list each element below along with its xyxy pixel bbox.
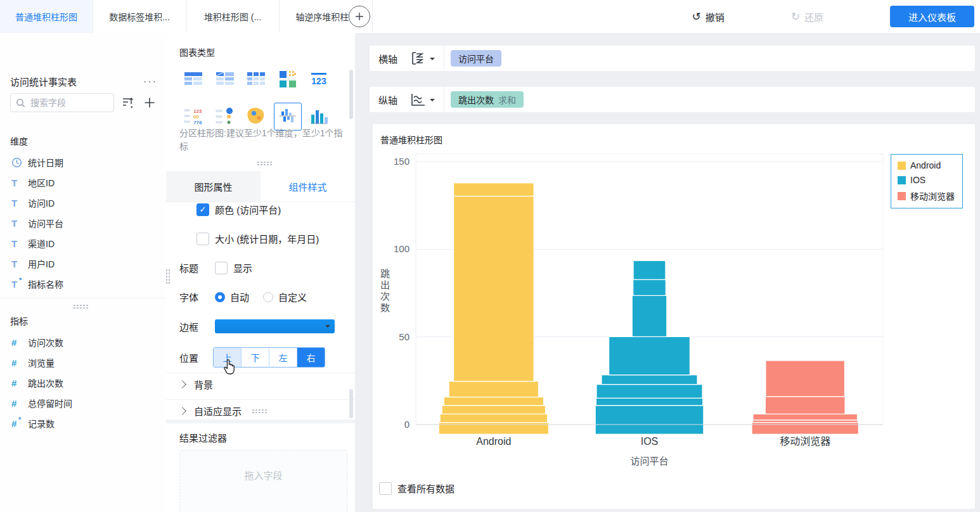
redo-label: 还原: [804, 10, 823, 23]
field-search-box[interactable]: [10, 93, 114, 112]
y-axis-type-dropdown[interactable]: [409, 92, 435, 107]
bar-segment-Android[interactable]: [440, 414, 548, 422]
position-button-下[interactable]: 下: [241, 348, 269, 367]
view-all-data-row[interactable]: 查看所有数据: [379, 482, 455, 495]
metric-item-0[interactable]: #访问次数: [0, 332, 166, 352]
add-field-icon[interactable]: [143, 96, 156, 109]
bar-segment-IOS[interactable]: [633, 279, 666, 295]
metric-item-2[interactable]: #跳出次数: [0, 373, 166, 393]
chart-config-panel: 图表类型 12312300778 分区柱形图:建议至少1个维度，至少1个指标 图…: [166, 33, 356, 512]
bar-segment-IOS[interactable]: [602, 375, 697, 385]
color-mapping-row: 颜色 (访问平台): [197, 203, 281, 216]
dimension-item-4[interactable]: T渠道ID: [0, 233, 166, 253]
x-axis-type-dropdown[interactable]: [409, 51, 435, 66]
redo-icon: ↻: [791, 11, 800, 22]
dataset-more-icon[interactable]: ···: [143, 76, 157, 87]
legend-item-0[interactable]: Android: [898, 160, 955, 170]
text-icon: T: [11, 198, 28, 208]
field-label: 浏览量: [28, 356, 55, 369]
dimension-item-2[interactable]: T访问ID: [0, 193, 166, 213]
panel-tab-0[interactable]: 图形属性: [166, 171, 261, 202]
panel-scrollbar2[interactable]: [349, 389, 353, 418]
size-checkbox[interactable]: [197, 233, 209, 245]
field-label: 指标名称: [28, 278, 63, 290]
metric-item-4[interactable]: #*记录数: [0, 413, 166, 433]
bar-segment-IOS[interactable]: [596, 398, 702, 406]
view-all-checkbox[interactable]: [379, 482, 392, 495]
metric-item-3[interactable]: #总停留时间: [0, 393, 166, 413]
panel-divider2: [166, 399, 355, 400]
chart-tab-2[interactable]: 堆积柱形图 (...: [186, 0, 280, 33]
font-radio-1[interactable]: [263, 292, 273, 302]
plus-icon: [354, 11, 364, 22]
y-axis-field-chip[interactable]: 跳出次数 求和: [451, 91, 524, 108]
dimension-item-0[interactable]: 统计日期: [0, 152, 166, 172]
filter-drop-zone[interactable]: 拖入字段: [179, 450, 347, 512]
font-radio-label-1: 自定义: [278, 290, 307, 304]
chart-type-kpi-number[interactable]: 123: [305, 66, 333, 94]
position-button-右[interactable]: 右: [297, 348, 325, 367]
bar-segment-Android[interactable]: [444, 397, 543, 406]
adaptive-resize-handle[interactable]: [252, 409, 268, 413]
dimension-item-3[interactable]: T访问平台: [0, 213, 166, 233]
bar-segment-移动浏览器[interactable]: [752, 423, 858, 435]
sidebar-resize-handle[interactable]: [73, 304, 89, 309]
undo-button[interactable]: ↺ 撤销: [692, 10, 724, 23]
position-button-上[interactable]: 上: [214, 348, 241, 367]
chart-type-detail-table[interactable]: [179, 66, 207, 94]
search-input[interactable]: [29, 97, 105, 108]
y-axis-config-row: 纵轴 跳出次数 求和: [370, 87, 975, 112]
bar-segment-IOS[interactable]: [596, 385, 702, 399]
bar-segment-IOS[interactable]: [633, 260, 666, 279]
bar-segment-IOS[interactable]: [595, 406, 704, 434]
redo-button[interactable]: ↻ 还原: [791, 10, 823, 23]
panel-tab-1[interactable]: 组件样式: [261, 171, 355, 202]
legend-item-1[interactable]: IOS: [898, 175, 955, 185]
bar-segment-移动浏览器[interactable]: [753, 414, 858, 419]
chart-type-quadrant-chart[interactable]: [274, 66, 302, 94]
legend-item-2[interactable]: 移动浏览器: [898, 189, 955, 202]
border-color-picker[interactable]: [215, 319, 335, 333]
dimension-item-1[interactable]: T地区ID: [0, 172, 166, 193]
bar-segment-Android[interactable]: [454, 183, 534, 196]
background-label: 背景: [194, 378, 213, 391]
bar-segment-Android[interactable]: [439, 423, 548, 435]
position-button-左[interactable]: 左: [269, 348, 297, 367]
y-tick-100: 100: [394, 243, 409, 254]
bar-segment-IOS[interactable]: [632, 295, 667, 336]
hash-icon: #: [11, 398, 28, 409]
bar-segment-IOS[interactable]: [609, 336, 690, 374]
bar-segment-移动浏览器[interactable]: [766, 361, 845, 397]
chart-tab-1[interactable]: 数据标签堆积...: [93, 0, 186, 33]
field-sort-icon[interactable]: [121, 96, 136, 110]
bar-segment-Android[interactable]: [449, 381, 538, 397]
chart-type-pivot-table[interactable]: [242, 66, 270, 94]
panel-resize-handle[interactable]: [257, 161, 273, 165]
y-tick-50: 50: [399, 331, 409, 342]
enter-dashboard-button[interactable]: 进入仪表板: [890, 6, 974, 27]
color-checkbox[interactable]: [197, 203, 209, 216]
chart-legend[interactable]: AndroidIOS移动浏览器: [891, 154, 963, 208]
title-row: 标题 显示: [179, 261, 252, 274]
y-field-name: 跳出次数: [458, 93, 494, 106]
dimension-item-6[interactable]: T*指标名称: [0, 274, 166, 294]
font-radio-0[interactable]: [215, 292, 225, 302]
x-axis-field-chip[interactable]: 访问平台: [451, 50, 501, 67]
dimension-item-5[interactable]: T用户ID: [0, 253, 166, 274]
chart-type-summary-table[interactable]: [211, 66, 239, 94]
chart-tab-0[interactable]: 普通堆积柱形图: [0, 0, 93, 33]
field-label: 地区ID: [28, 176, 55, 189]
add-chart-tab-button[interactable]: [349, 6, 370, 27]
metric-item-1[interactable]: #浏览量: [0, 352, 166, 373]
panel-drag-handle[interactable]: [165, 269, 170, 285]
title-show-checkbox[interactable]: [215, 262, 228, 274]
bar-segment-移动浏览器[interactable]: [765, 397, 845, 414]
adaptive-collapse[interactable]: 自适应显示: [179, 404, 268, 418]
field-label: 统计日期: [28, 156, 63, 169]
background-collapse[interactable]: 背景: [179, 378, 213, 391]
sidebar-divider: [0, 298, 166, 298]
drop-zone-placeholder: 拖入字段: [244, 468, 282, 512]
panel-scrollbar[interactable]: [349, 70, 353, 119]
bar-segment-Android[interactable]: [454, 196, 534, 381]
bar-segment-Android[interactable]: [442, 406, 545, 414]
